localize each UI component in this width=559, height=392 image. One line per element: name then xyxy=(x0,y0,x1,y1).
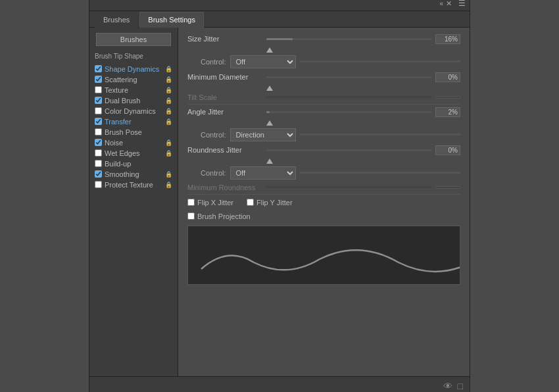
sidebar-item-build-up[interactable]: Build-up xyxy=(92,159,175,169)
control2-label: Control: xyxy=(187,131,226,139)
smoothing-checkbox[interactable] xyxy=(95,170,102,178)
tilt-scale-slider-container xyxy=(266,96,460,99)
brush-stroke-svg xyxy=(188,226,460,284)
size-jitter-row: Size Jitter 16% xyxy=(187,34,460,44)
shape-dynamics-label: Shape Dynamics xyxy=(105,65,159,73)
sidebar-item-smoothing[interactable]: Smoothing 🔒 xyxy=(92,169,175,180)
noise-label: Noise xyxy=(105,139,123,147)
separator1 xyxy=(187,104,460,105)
control1-row: Control: Off Fade Pen Pressure Pen Tilt … xyxy=(187,55,460,68)
collapse-icon[interactable]: « xyxy=(439,0,443,7)
sidebar-item-scattering[interactable]: Scattering 🔒 xyxy=(92,74,175,85)
lock-icon: 🔒 xyxy=(165,108,172,114)
control3-select[interactable]: Off Fade Pen Pressure Pen Tilt Direction xyxy=(230,166,296,180)
min-diameter-label: Minimum Diameter xyxy=(187,73,266,81)
scattering-label: Scattering xyxy=(105,76,137,84)
build-up-label: Build-up xyxy=(105,160,131,168)
tab-brush-settings[interactable]: Brush Settings xyxy=(139,12,204,28)
protect-texture-label: Protect Texture xyxy=(105,181,153,189)
min-roundness-row: Minimum Roundness xyxy=(187,184,460,191)
lock-icon: 🔒 xyxy=(165,139,172,146)
min-roundness-value xyxy=(435,186,460,189)
build-up-checkbox[interactable] xyxy=(95,160,102,167)
control3-mini-track xyxy=(300,172,460,174)
checkbox-options-row: Flip X Jitter Flip Y Jitter xyxy=(187,199,460,208)
sidebar-item-protect-texture[interactable]: Protect Texture 🔒 xyxy=(92,180,175,190)
close-icon[interactable]: ✕ xyxy=(446,0,452,8)
wet-edges-checkbox[interactable] xyxy=(95,149,102,157)
angle-jitter-track[interactable] xyxy=(266,111,431,113)
tab-brushes[interactable]: Brushes xyxy=(95,12,138,28)
roundness-jitter-slider-container: 0% xyxy=(266,145,460,155)
panel-content: Brushes Brush Tip Shape Shape Dynamics 🔒… xyxy=(89,28,470,376)
flip-x-jitter-row: Flip X Jitter xyxy=(187,199,233,207)
brush-pose-label: Brush Pose xyxy=(105,128,142,136)
sidebar-item-color-dynamics[interactable]: Color Dynamics 🔒 xyxy=(92,106,175,116)
panel-titlebar: « ✕ ☰ xyxy=(89,0,470,11)
lock-icon: 🔒 xyxy=(165,171,172,178)
dual-brush-checkbox[interactable] xyxy=(95,97,102,104)
angle-jitter-slider-container: 2% xyxy=(266,107,460,117)
min-roundness-label: Minimum Roundness xyxy=(187,184,266,191)
protect-texture-checkbox[interactable] xyxy=(95,181,102,188)
flip-y-jitter-checkbox[interactable] xyxy=(247,199,254,206)
flip-x-jitter-checkbox[interactable] xyxy=(187,199,195,206)
color-dynamics-label: Color Dynamics xyxy=(105,107,156,115)
new-document-icon[interactable]: □ xyxy=(458,381,463,391)
lock-icon: 🔒 xyxy=(165,150,172,157)
lock-icon: 🔒 xyxy=(165,182,172,188)
control1-select[interactable]: Off Fade Pen Pressure Pen Tilt Direction xyxy=(230,55,296,68)
tab-bar: Brushes Brush Settings xyxy=(89,11,470,28)
control3-label: Control: xyxy=(187,169,226,177)
angle-jitter-triangle xyxy=(266,120,273,126)
min-diameter-triangle xyxy=(266,86,273,91)
scattering-checkbox[interactable] xyxy=(95,76,102,83)
control1-label: Control: xyxy=(187,58,226,66)
texture-checkbox[interactable] xyxy=(95,86,102,93)
flip-y-jitter-label: Flip Y Jitter xyxy=(256,199,293,207)
lock-icon: 🔒 xyxy=(165,66,172,72)
noise-checkbox[interactable] xyxy=(95,139,102,146)
sidebar-item-shape-dynamics[interactable]: Shape Dynamics 🔒 xyxy=(92,64,175,74)
min-roundness-slider-container xyxy=(266,186,460,189)
shape-dynamics-checkbox[interactable] xyxy=(95,65,102,72)
transfer-checkbox[interactable] xyxy=(95,118,102,125)
roundness-jitter-value[interactable]: 0% xyxy=(435,145,460,155)
eye-icon[interactable]: 👁 xyxy=(443,381,452,391)
roundness-jitter-track[interactable] xyxy=(266,149,431,151)
control2-row: Control: Off Fade Pen Pressure Pen Tilt … xyxy=(187,128,460,141)
brushes-button[interactable]: Brushes xyxy=(96,33,170,46)
dual-brush-label: Dual Brush xyxy=(105,97,140,105)
angle-jitter-label: Angle Jitter xyxy=(187,108,266,116)
titlebar-icons: « ✕ ☰ xyxy=(439,0,466,8)
sidebar: Brushes Brush Tip Shape Shape Dynamics 🔒… xyxy=(89,28,178,376)
sidebar-item-dual-brush[interactable]: Dual Brush 🔒 xyxy=(92,95,175,106)
sidebar-item-wet-edges[interactable]: Wet Edges 🔒 xyxy=(92,148,175,159)
size-jitter-track[interactable] xyxy=(266,38,431,40)
min-diameter-value[interactable]: 0% xyxy=(435,72,460,82)
brush-pose-checkbox[interactable] xyxy=(95,128,102,135)
brush-settings-panel: « ✕ ☰ Brushes Brush Settings Brushes Bru… xyxy=(89,0,470,392)
color-dynamics-checkbox[interactable] xyxy=(95,107,102,114)
transfer-label: Transfer xyxy=(105,118,132,126)
sidebar-item-noise[interactable]: Noise 🔒 xyxy=(92,137,175,148)
size-jitter-triangle xyxy=(266,47,273,53)
min-roundness-track xyxy=(266,186,431,188)
brush-preview xyxy=(187,226,460,285)
tilt-scale-track xyxy=(266,96,431,98)
control2-select[interactable]: Off Fade Pen Pressure Pen Tilt Direction xyxy=(230,128,296,141)
brush-projection-label: Brush Projection xyxy=(197,212,251,220)
control1-mini-track xyxy=(300,61,460,62)
menu-icon[interactable]: ☰ xyxy=(458,0,466,8)
min-diameter-track[interactable] xyxy=(266,76,431,78)
panel-footer: 👁 □ xyxy=(89,376,470,393)
angle-jitter-value[interactable]: 2% xyxy=(435,107,460,117)
sidebar-item-transfer[interactable]: Transfer 🔒 xyxy=(92,116,175,127)
brush-stroke-path xyxy=(201,250,460,272)
sidebar-item-brush-pose[interactable]: Brush Pose xyxy=(92,127,175,137)
separator2 xyxy=(187,194,460,195)
roundness-jitter-label: Roundness Jitter xyxy=(187,146,266,154)
brush-projection-checkbox[interactable] xyxy=(187,212,195,220)
size-jitter-value[interactable]: 16% xyxy=(435,34,460,44)
sidebar-item-texture[interactable]: Texture 🔒 xyxy=(92,85,175,95)
